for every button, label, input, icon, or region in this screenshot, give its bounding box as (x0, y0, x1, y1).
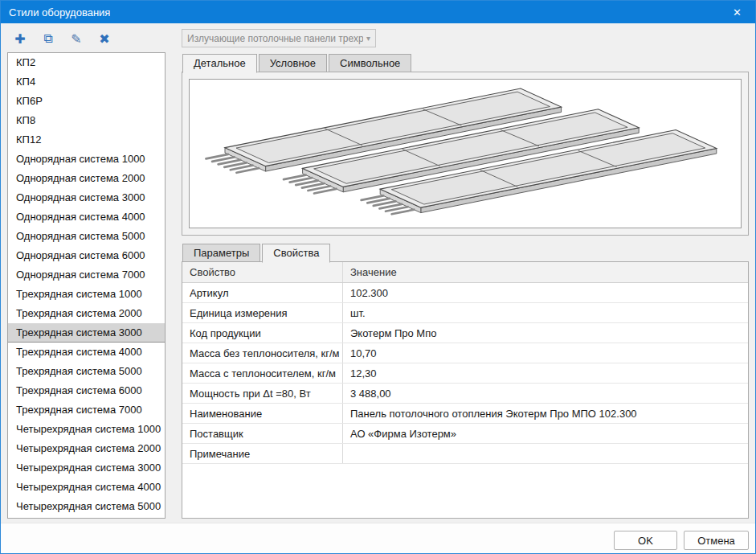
copy-icon: ⧉ (43, 31, 52, 46)
property-name: Единица измерения (182, 303, 343, 322)
table-row[interactable]: Наименование Панель потолочного отоплени… (182, 404, 748, 424)
list-item[interactable]: Однорядная система 6000 (8, 246, 165, 265)
chevron-down-icon: ▾ (366, 34, 370, 43)
property-name: Мощность при Δt =80, Вт (182, 384, 343, 403)
styles-list: КП2КП4КП6РКП8КП12Однорядная система 1000… (7, 52, 166, 519)
property-name: Наименование (182, 404, 343, 423)
property-value: Панель потолочного отопления Экотерм Про… (343, 404, 748, 423)
property-name: Поставщик (182, 424, 343, 443)
table-row[interactable]: Масса без теплоносителя, кг/м 10,70 (182, 343, 748, 363)
close-icon: ✕ (733, 6, 742, 18)
table-row[interactable]: Артикул 102.300 (182, 283, 748, 303)
equipment-styles-dialog: Стили оборудования ✕ ✚ ⧉ ✎ ✖ Излучающие … (0, 0, 756, 554)
toolbar: ✚ ⧉ ✎ ✖ (10, 28, 114, 49)
ceiling-panels-3d-drawing (190, 80, 741, 228)
property-value: Экотерм Про Мпо (343, 323, 748, 343)
list-item[interactable]: Трехрядная система 7000 (8, 400, 165, 420)
detail-tab[interactable]: Свойства (262, 244, 330, 263)
preview-tab[interactable]: Детальное (182, 54, 257, 73)
pencil-icon: ✎ (71, 31, 81, 47)
table-row[interactable]: Масса с теплоносителем, кг/м 12,30 (182, 363, 748, 384)
detail-tabs: ПараметрыСвойства (182, 244, 332, 262)
preview-panel (182, 72, 749, 236)
property-name: Примечание (182, 444, 343, 463)
property-name: Код продукции (182, 323, 343, 343)
preview-tab[interactable]: Символьное (329, 54, 411, 72)
style-category-dropdown[interactable]: Излучающие потолочные панели трехр ▾ (182, 29, 376, 47)
list-item[interactable]: КП6Р (8, 92, 165, 111)
add-style-button[interactable]: ✚ (10, 29, 30, 48)
property-value: 10,70 (343, 343, 748, 363)
cancel-button[interactable]: Отмена (684, 531, 749, 550)
list-item[interactable]: Однорядная система 4000 (8, 207, 165, 227)
table-row[interactable]: Мощность при Δt =80, Вт 3 488,00 (182, 384, 748, 404)
list-item[interactable]: Четырехрядная система 4000 (8, 478, 165, 497)
preview-tab[interactable]: Условное (259, 54, 327, 72)
footer: OK Отмена (1, 523, 755, 553)
list-item[interactable]: Однорядная система 5000 (8, 227, 165, 246)
list-item[interactable]: Четырехрядная система 5000 (8, 497, 165, 516)
property-value: 3 488,00 (343, 384, 748, 403)
property-value (343, 444, 748, 463)
property-name: Масса с теплоносителем, кг/м (182, 363, 343, 383)
list-item[interactable]: Однорядная система 3000 (8, 188, 165, 207)
titlebar: Стили оборудования ✕ (1, 1, 755, 23)
property-value: АО «Фирма Изотерм» (343, 424, 748, 443)
table-body: Артикул 102.300 Единица измерения шт. Ко… (182, 283, 748, 464)
delete-style-button[interactable]: ✖ (95, 29, 114, 48)
list-item[interactable]: Четырехрядная система 2000 (8, 439, 165, 458)
property-value: 102.300 (343, 283, 748, 302)
detail-tab[interactable]: Параметры (182, 244, 260, 262)
list-item[interactable]: КП12 (8, 130, 165, 150)
plus-icon: ✚ (14, 31, 25, 47)
ok-button[interactable]: OK (614, 531, 677, 550)
list-item[interactable]: Трехрядная система 6000 (8, 381, 165, 400)
list-item[interactable]: КП4 (8, 72, 165, 92)
close-button[interactable]: ✕ (719, 1, 755, 23)
copy-style-button[interactable]: ⧉ (39, 29, 58, 48)
list-item[interactable]: Трехрядная система 1000 (8, 285, 165, 304)
list-item[interactable]: КП8 (8, 111, 165, 130)
table-header: Свойство Значение (182, 262, 748, 283)
column-header-property: Свойство (182, 262, 343, 282)
property-name: Масса без теплоносителя, кг/м (182, 343, 343, 363)
list-item[interactable]: Трехрядная система 2000 (8, 304, 165, 323)
edit-style-button[interactable]: ✎ (67, 29, 86, 48)
list-item[interactable]: Трехрядная система 4000 (8, 343, 165, 362)
table-row[interactable]: Примечание (182, 444, 748, 464)
list-item[interactable]: Четырехрядная система 3000 (8, 458, 165, 478)
property-value: шт. (343, 303, 748, 322)
list-item[interactable]: Однорядная система 1000 (8, 150, 165, 169)
list-item[interactable]: Трехрядная система 3000 (8, 323, 165, 343)
list-item[interactable]: КП2 (8, 53, 165, 72)
table-row[interactable]: Код продукции Экотерм Про Мпо (182, 323, 748, 343)
list-item[interactable]: Однорядная система 2000 (8, 169, 165, 188)
list-item[interactable]: Четырехрядная система 1000 (8, 420, 165, 439)
list-item[interactable]: Трехрядная система 5000 (8, 362, 165, 381)
dropdown-value: Излучающие потолочные панели трехр (187, 33, 363, 44)
window-title: Стили оборудования (9, 6, 110, 18)
list-item[interactable]: Однорядная система 7000 (8, 265, 165, 285)
delete-icon: ✖ (99, 31, 109, 47)
property-value: 12,30 (343, 363, 748, 383)
preview-canvas (189, 79, 742, 228)
table-row[interactable]: Поставщик АО «Фирма Изотерм» (182, 424, 748, 444)
column-header-value: Значение (343, 262, 748, 282)
table-row[interactable]: Единица измерения шт. (182, 303, 748, 323)
preview-tabs: ДетальноеУсловноеСимвольное (182, 54, 413, 72)
properties-panel: Свойство Значение Артикул 102.300 Единиц… (182, 261, 749, 519)
property-name: Артикул (182, 283, 343, 302)
